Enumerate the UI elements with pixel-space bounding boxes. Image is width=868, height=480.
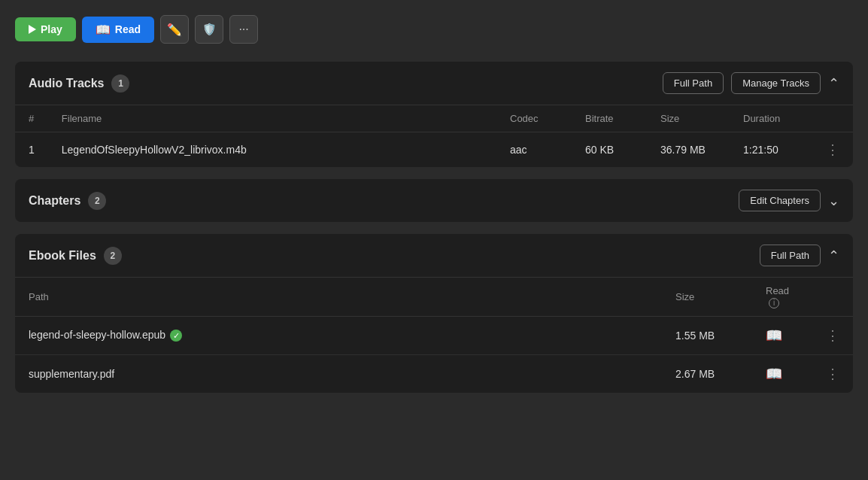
chapters-chevron-down-icon[interactable]: ⌄	[828, 194, 839, 208]
ebook-files-title: Ebook Files	[29, 249, 96, 263]
ebook-files-badge: 2	[104, 247, 122, 265]
chapters-title: Chapters	[29, 194, 80, 208]
ebook-files-header-row: Path Size Read i	[15, 278, 853, 317]
read-label: Read	[115, 23, 141, 35]
audio-tracks-header: Audio Tracks 1 Full Path Manage Tracks ⌃	[15, 62, 853, 105]
ebook-row-actions: ⋮	[812, 354, 853, 393]
col-codec-header: Codec	[496, 105, 572, 132]
col-size-header: Size	[647, 105, 730, 132]
col-actions-header	[812, 105, 853, 132]
audio-tracks-section: Audio Tracks 1 Full Path Manage Tracks ⌃…	[15, 62, 853, 167]
col-read-header: Read i	[752, 278, 812, 317]
col-num-header: #	[15, 105, 48, 132]
ebook-row-path: supplementary.pdf	[15, 354, 662, 393]
book-icon[interactable]: 📖	[766, 328, 782, 343]
ebook-row-read: 📖	[752, 354, 812, 393]
audio-tracks-actions: Full Path Manage Tracks ⌃	[663, 72, 839, 94]
edit-chapters-button[interactable]: Edit Chapters	[739, 190, 821, 211]
full-path-button[interactable]: Full Path	[663, 72, 724, 94]
row-more-options-button[interactable]: ⋮	[826, 142, 839, 157]
col-filename-header: Filename	[48, 105, 496, 132]
audio-tracks-badge: 1	[111, 74, 129, 93]
pencil-icon: ✏️	[167, 23, 182, 37]
ebook-row-size: 2.67 MB	[662, 354, 752, 393]
edit-button[interactable]: ✏️	[160, 15, 189, 44]
toolbar: Play 📖 Read ✏️ 🛡️ ···	[15, 15, 853, 44]
ebook-files-table: Path Size Read i legend-of-sleepy-hollow…	[15, 277, 853, 393]
chapters-header: Chapters 2 Edit Chapters ⌄	[15, 179, 853, 222]
book-open-icon: 📖	[96, 23, 111, 37]
manage-tracks-button[interactable]: Manage Tracks	[731, 72, 821, 94]
ebook-row-more-options-button[interactable]: ⋮	[826, 366, 839, 381]
play-button[interactable]: Play	[15, 17, 76, 41]
shield-check-icon: 🛡️	[202, 23, 217, 36]
ebook-row-size: 1.55 MB	[662, 316, 752, 354]
row-actions: ⋮	[812, 132, 853, 168]
ebook-files-chevron-up-icon[interactable]: ⌃	[828, 249, 839, 263]
row-num: 1	[15, 132, 48, 168]
ebook-row-actions: ⋮	[812, 316, 853, 354]
audio-tracks-chevron-up-icon[interactable]: ⌃	[828, 77, 839, 90]
ebook-files-actions: Full Path ⌃	[760, 245, 839, 266]
row-bitrate: 60 KB	[572, 132, 647, 168]
ebook-files-section: Ebook Files 2 Full Path ⌃ Path Size Read…	[15, 234, 853, 393]
ebook-row-path: legend-of-sleepy-hollow.epub✓	[15, 316, 662, 354]
col-duration-header: Duration	[730, 105, 812, 132]
chapters-badge: 2	[88, 192, 106, 210]
play-triangle-icon	[29, 25, 36, 34]
ebook-row-read: 📖	[752, 316, 812, 354]
ebook-row-more-options-button[interactable]: ⋮	[826, 328, 839, 343]
col-ebook-size-header: Size	[662, 278, 752, 317]
more-options-button[interactable]: ···	[229, 15, 258, 44]
col-bitrate-header: Bitrate	[572, 105, 647, 132]
ellipsis-icon: ···	[238, 23, 248, 36]
audio-tracks-title: Audio Tracks	[29, 77, 104, 90]
read-col-label: Read	[766, 285, 789, 296]
book-icon[interactable]: 📖	[766, 366, 782, 381]
row-filename: LegendOfSleepyHollowV2_librivox.m4b	[48, 132, 496, 168]
ebook-full-path-button[interactable]: Full Path	[760, 245, 821, 266]
read-button[interactable]: 📖 Read	[82, 17, 154, 43]
audio-tracks-table: # Filename Codec Bitrate Size Duration 1…	[15, 105, 853, 167]
check-circle-icon: ✓	[170, 330, 182, 342]
row-size: 36.79 MB	[647, 132, 730, 168]
table-row: supplementary.pdf 2.67 MB 📖 ⋮	[15, 354, 853, 393]
table-row: legend-of-sleepy-hollow.epub✓ 1.55 MB 📖 …	[15, 316, 853, 354]
read-info-icon[interactable]: i	[769, 298, 779, 308]
play-label: Play	[41, 23, 62, 35]
col-ebook-actions-header	[812, 278, 853, 317]
ebook-files-header: Ebook Files 2 Full Path ⌃	[15, 234, 853, 277]
row-duration: 1:21:50	[730, 132, 812, 168]
table-row: 1 LegendOfSleepyHollowV2_librivox.m4b aa…	[15, 132, 853, 168]
col-path-header: Path	[15, 278, 662, 317]
row-codec: aac	[496, 132, 572, 168]
audio-tracks-header-row: # Filename Codec Bitrate Size Duration	[15, 105, 853, 132]
chapters-actions: Edit Chapters ⌄	[739, 190, 839, 211]
shield-check-button[interactable]: 🛡️	[195, 15, 223, 44]
chapters-section: Chapters 2 Edit Chapters ⌄	[15, 179, 853, 222]
